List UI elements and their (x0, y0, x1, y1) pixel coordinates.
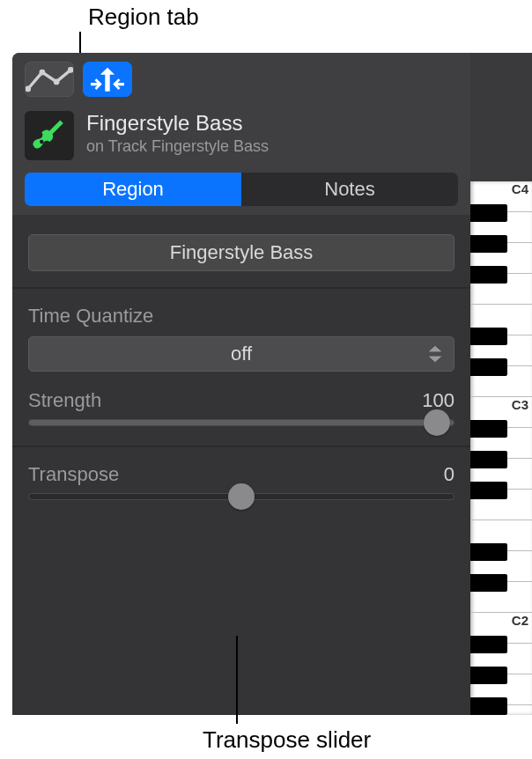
region-header: Fingerstyle Bass on Track Fingerstyle Ba… (12, 104, 470, 169)
piano-black-key[interactable] (470, 482, 507, 499)
instrument-subtitle: on Track Fingerstyle Bass (86, 137, 458, 156)
automation-toggle-button[interactable] (25, 62, 74, 97)
time-quantize-dropdown[interactable]: off (28, 336, 454, 372)
inspector-tabs: Region Notes (12, 169, 470, 215)
catch-icon (84, 65, 131, 93)
transpose-label: Transpose (28, 463, 119, 486)
inspector-body: Fingerstyle Bass Time Quantize off Stren… (12, 215, 470, 715)
time-quantize-section: Time Quantize off Strength 100 (12, 287, 470, 446)
strength-slider[interactable] (28, 419, 454, 426)
strength-value: 100 (422, 389, 454, 412)
inspector-panel: Fingerstyle Bass on Track Fingerstyle Ba… (12, 53, 532, 715)
automation-icon (26, 65, 73, 93)
key-label: C2 (512, 613, 528, 628)
piano-black-key[interactable] (470, 667, 507, 684)
piano-black-key[interactable] (470, 543, 507, 561)
piano-black-key[interactable] (470, 266, 507, 284)
piano-black-key[interactable] (470, 358, 507, 376)
guitar-icon (31, 117, 68, 154)
instrument-title: Fingerstyle Bass (86, 111, 458, 136)
piano-black-key[interactable] (470, 328, 507, 345)
svg-point-4 (40, 140, 43, 144)
toolbar (12, 53, 470, 104)
piano-black-key[interactable] (470, 235, 507, 253)
piano-black-key[interactable] (470, 574, 507, 592)
piano-black-key[interactable] (470, 451, 507, 468)
time-quantize-label: Time Quantize (28, 305, 454, 328)
piano-keyboard[interactable]: C4 C3 C2 (470, 181, 532, 715)
transpose-slider[interactable] (28, 493, 454, 500)
piano-black-key[interactable] (470, 697, 507, 715)
piano-black-key[interactable] (470, 636, 507, 653)
svg-point-1 (40, 70, 46, 76)
tab-notes[interactable]: Notes (241, 173, 458, 206)
annotation-region-tab: Region tab (88, 4, 199, 31)
key-label: C4 (512, 181, 528, 196)
inspector-content: Fingerstyle Bass on Track Fingerstyle Ba… (12, 53, 470, 715)
annotation-transpose-slider: Transpose slider (203, 726, 371, 754)
region-name-section: Fingerstyle Bass (12, 215, 470, 287)
annotation-line (236, 636, 238, 724)
transpose-value: 0 (444, 463, 454, 486)
piano-black-key[interactable] (470, 420, 507, 438)
strength-label: Strength (28, 389, 101, 412)
key-label: C3 (512, 397, 528, 412)
transpose-section: Transpose 0 (12, 446, 470, 520)
tab-region[interactable]: Region (25, 173, 241, 206)
catch-playhead-button[interactable] (83, 62, 132, 97)
region-name-field[interactable]: Fingerstyle Bass (28, 234, 454, 271)
piano-black-key[interactable] (470, 204, 507, 222)
svg-point-2 (54, 78, 60, 85)
strength-row: Strength 100 (28, 389, 454, 412)
transpose-slider-thumb[interactable] (228, 483, 255, 510)
strength-slider-thumb[interactable] (424, 409, 450, 436)
instrument-text: Fingerstyle Bass on Track Fingerstyle Ba… (86, 111, 458, 156)
instrument-icon (25, 111, 74, 160)
